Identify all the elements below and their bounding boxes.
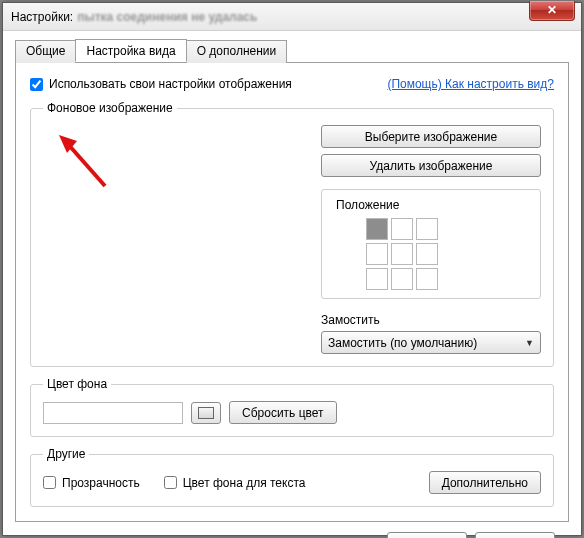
color-picker-button[interactable]: [191, 402, 221, 424]
position-group: Положение: [321, 189, 541, 299]
text-bg-checkbox[interactable]: [164, 476, 177, 489]
position-mid-left[interactable]: [366, 243, 388, 265]
background-preview-area: [43, 125, 301, 354]
settings-dialog: Настройки: пытка соединения не удалась ✕…: [2, 2, 582, 536]
text-bg-label: Цвет фона для текста: [183, 476, 306, 490]
position-bot-left[interactable]: [366, 268, 388, 290]
position-label: Положение: [332, 198, 403, 212]
tab-about[interactable]: О дополнении: [186, 40, 288, 63]
chevron-down-icon: ▼: [525, 338, 534, 348]
use-own-settings-checkbox[interactable]: [30, 78, 43, 91]
position-mid-center[interactable]: [391, 243, 413, 265]
position-bot-center[interactable]: [391, 268, 413, 290]
use-own-settings-label: Использовать свои настройки отображения: [49, 77, 292, 91]
tab-strip: Общие Настройка вида О дополнении: [15, 39, 569, 62]
tab-panel-view: Использовать свои настройки отображения …: [15, 62, 569, 522]
transparency-checkbox[interactable]: [43, 476, 56, 489]
cancel-button[interactable]: Отмена: [475, 532, 555, 538]
close-button[interactable]: ✕: [529, 1, 575, 21]
background-color-group: Цвет фона Сбросить цвет: [30, 377, 554, 437]
position-top-right[interactable]: [416, 218, 438, 240]
close-icon: ✕: [547, 3, 557, 17]
background-color-input[interactable]: [43, 402, 183, 424]
position-bot-right[interactable]: [416, 268, 438, 290]
transparency-row[interactable]: Прозрачность: [43, 476, 140, 490]
choose-image-button[interactable]: Выберите изображение: [321, 125, 541, 148]
position-mid-right[interactable]: [416, 243, 438, 265]
tile-dropdown[interactable]: Замостить (по умолчанию) ▼: [321, 331, 541, 354]
color-swatch-icon: [198, 407, 214, 419]
background-color-legend: Цвет фона: [43, 377, 111, 391]
ok-button[interactable]: OK: [387, 532, 467, 538]
window-subtitle-blurred: пытка соединения не удалась: [77, 10, 257, 24]
dialog-body: Общие Настройка вида О дополнении Исполь…: [3, 31, 581, 538]
position-top-left[interactable]: [366, 218, 388, 240]
transparency-label: Прозрачность: [62, 476, 140, 490]
tile-label: Замостить: [321, 313, 541, 327]
dialog-footer: OK Отмена: [15, 522, 569, 538]
position-grid: [366, 218, 532, 290]
delete-image-button[interactable]: Удалить изображение: [321, 154, 541, 177]
position-top-center[interactable]: [391, 218, 413, 240]
svg-line-0: [67, 143, 105, 186]
background-image-group: Фоновое изображение Выберите изображение…: [30, 101, 554, 367]
titlebar[interactable]: Настройки: пытка соединения не удалась ✕: [3, 3, 581, 31]
other-group: Другие Прозрачность Цвет фона для текста…: [30, 447, 554, 507]
text-bg-row[interactable]: Цвет фона для текста: [164, 476, 306, 490]
background-image-legend: Фоновое изображение: [43, 101, 177, 115]
tile-dropdown-value: Замостить (по умолчанию): [328, 336, 477, 350]
window-title: Настройки:: [11, 10, 73, 24]
help-link[interactable]: (Помощь) Как настроить вид?: [387, 77, 554, 91]
tile-section: Замостить Замостить (по умолчанию) ▼: [321, 313, 541, 354]
tab-general[interactable]: Общие: [15, 40, 76, 63]
tab-view-settings[interactable]: Настройка вида: [75, 39, 186, 62]
use-own-settings-row[interactable]: Использовать свои настройки отображения: [30, 77, 292, 91]
annotation-arrow-icon: [55, 131, 115, 191]
advanced-button[interactable]: Дополнительно: [429, 471, 541, 494]
other-legend: Другие: [43, 447, 89, 461]
reset-color-button[interactable]: Сбросить цвет: [229, 401, 337, 424]
